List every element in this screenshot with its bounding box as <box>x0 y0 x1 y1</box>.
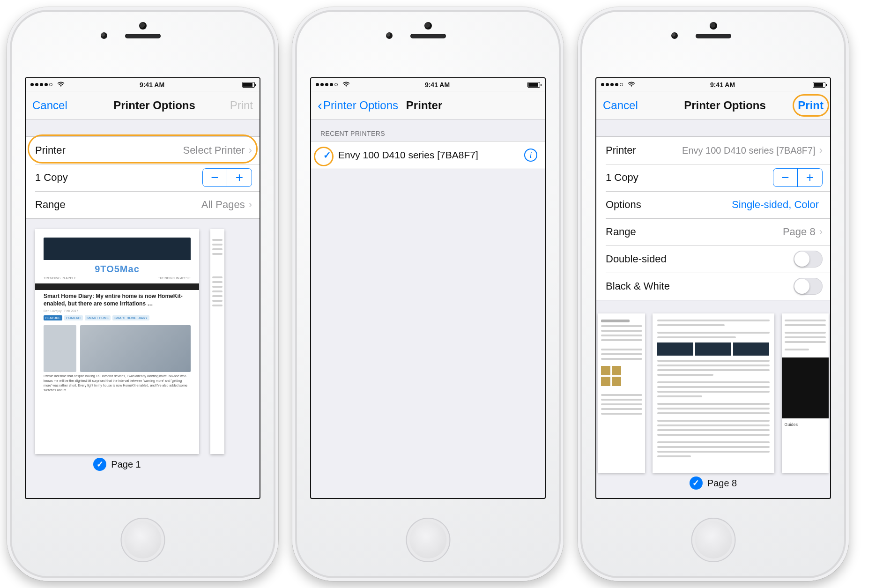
stepper-plus-button[interactable]: + <box>798 169 822 186</box>
site-logo: 9TO5Mac <box>44 264 191 275</box>
page-selected-1[interactable]: ✓ Page 1 <box>93 458 141 471</box>
page-preview-1[interactable]: 9TO5Mac TRENDING IN APPLETRENDING IN APP… <box>35 229 199 454</box>
chevron-right-icon: › <box>249 199 252 211</box>
print-button[interactable]: Print <box>781 99 824 112</box>
check-icon: ✓ <box>690 476 703 490</box>
nav-title: Printer Options <box>98 99 211 112</box>
chevron-right-icon: › <box>819 226 823 238</box>
chevron-right-icon: › <box>249 144 252 156</box>
tag: SMART HOME DIARY <box>112 315 149 320</box>
printer-list: ✓ Envy 100 D410 series [7BA8F7] i <box>311 141 545 169</box>
page-previews[interactable]: 9TO5Mac TRENDING IN APPLETRENDING IN APP… <box>26 219 260 498</box>
row-doublesided-label: Double-sided <box>606 253 667 265</box>
wifi-icon <box>628 81 635 89</box>
stepper-plus-button[interactable]: + <box>227 169 252 186</box>
page-label: Page 1 <box>111 459 141 470</box>
row-range-label: Range <box>35 199 66 211</box>
row-copies-label: 1 Copy <box>35 171 68 184</box>
proximity-sensor <box>139 22 147 30</box>
page-previews[interactable]: ✓ Page 8 Guides <box>596 300 830 498</box>
page-preview-9-peek[interactable]: Guides <box>782 313 829 473</box>
row-range-value: All Pages <box>201 199 245 211</box>
bw-switch[interactable] <box>794 278 823 295</box>
wifi-icon <box>342 81 350 89</box>
row-range-value: Page 8 <box>783 226 816 238</box>
row-range[interactable]: Range All Pages › <box>26 191 260 218</box>
row-printer-label: Printer <box>35 144 66 156</box>
page-label: Page 8 <box>707 478 737 489</box>
proximity-sensor <box>424 22 432 30</box>
row-printer[interactable]: Printer Select Printer › <box>26 137 260 164</box>
doublesided-switch[interactable] <box>794 251 823 268</box>
nav-title: Printer <box>352 99 496 112</box>
preview-col-1: 9TO5Mac TRENDING IN APPLETRENDING IN APP… <box>35 229 199 498</box>
guides-label: Guides <box>785 422 826 427</box>
copies-stepper[interactable]: − + <box>773 168 823 187</box>
cancel-button[interactable]: Cancel <box>603 99 668 112</box>
status-time: 9:41 AM <box>635 81 810 89</box>
battery-icon <box>527 82 540 88</box>
status-bar: 9:41 AM <box>311 78 545 91</box>
info-button[interactable]: i <box>524 149 537 162</box>
earpiece <box>696 34 731 38</box>
row-copies: 1 Copy − + <box>596 164 830 191</box>
front-camera <box>386 32 393 39</box>
home-button[interactable] <box>120 518 165 562</box>
row-printer-value: Select Printer <box>183 144 245 156</box>
battery-icon <box>242 82 255 88</box>
page-selected-8[interactable]: ✓ Page 8 <box>690 476 737 490</box>
row-range-label: Range <box>606 226 636 238</box>
thumb-image <box>44 325 76 372</box>
status-time: 9:41 AM <box>65 81 239 89</box>
screen-1: 9:41 AM Cancel Printer Options Print Pri… <box>25 77 260 499</box>
signal-dots-icon <box>316 83 338 86</box>
page-preview-2-peek[interactable] <box>210 229 224 454</box>
signal-dots-icon <box>601 83 623 86</box>
phone-2: 9:41 AM ‹ Printer Options Printer RECENT… <box>292 7 564 581</box>
screen-2: 9:41 AM ‹ Printer Options Printer RECENT… <box>310 77 546 499</box>
hero-image <box>80 325 191 372</box>
row-options-value: Single-sided, Color <box>732 199 819 211</box>
row-printer[interactable]: Printer Envy 100 D410 series [7BA8F7] › <box>596 137 830 164</box>
row-options[interactable]: Options Single-sided, Color <box>596 191 830 218</box>
stepper-minus-button[interactable]: − <box>773 169 798 186</box>
front-camera <box>101 32 107 39</box>
chevron-right-icon: › <box>819 144 823 156</box>
nav-bar: Cancel Printer Options Print <box>26 91 260 119</box>
group-header-recent: RECENT PRINTERS <box>311 119 545 141</box>
status-bar: 9:41 AM <box>596 78 830 91</box>
page-preview-7-peek[interactable] <box>598 313 645 473</box>
front-camera <box>671 32 678 39</box>
chevron-left-icon: ‹ <box>318 98 322 112</box>
screen-3: 9:41 AM Cancel Printer Options Print Pri… <box>595 77 831 499</box>
earpiece <box>410 34 446 38</box>
page-preview-8[interactable] <box>653 313 774 473</box>
row-bw[interactable]: Black & White <box>596 273 830 300</box>
preview-col-8: ✓ Page 8 <box>653 313 774 498</box>
tag: HOMEKIT <box>64 315 83 320</box>
check-icon: ✓ <box>93 458 106 471</box>
home-button[interactable] <box>691 518 735 562</box>
row-range[interactable]: Range Page 8 › <box>596 218 830 246</box>
copies-stepper[interactable]: − + <box>202 168 252 187</box>
row-doublesided[interactable]: Double-sided <box>596 246 830 273</box>
check-icon: ✓ <box>320 149 334 162</box>
printer-row-selected[interactable]: ✓ Envy 100 D410 series [7BA8F7] i <box>311 141 545 169</box>
stepper-minus-button[interactable]: − <box>203 169 227 186</box>
status-time: 9:41 AM <box>350 81 525 89</box>
options-table: Printer Envy 100 D410 series [7BA8F7] › … <box>596 136 830 300</box>
row-copies: 1 Copy − + <box>26 164 260 191</box>
tag: SMART HOME <box>85 315 111 320</box>
phone-3: 9:41 AM Cancel Printer Options Print Pri… <box>578 7 849 581</box>
status-bar: 9:41 AM <box>26 78 260 91</box>
printer-name: Envy 100 D410 series [7BA8F7] <box>338 149 478 161</box>
signal-dots-icon <box>30 83 52 86</box>
row-options-label: Options <box>606 199 641 211</box>
row-bw-label: Black & White <box>606 280 670 292</box>
earpiece <box>125 34 161 38</box>
cancel-button[interactable]: Cancel <box>32 99 98 112</box>
proximity-sensor <box>710 22 717 30</box>
row-copies-label: 1 Copy <box>606 171 638 184</box>
phone-1: 9:41 AM Cancel Printer Options Print Pri… <box>7 7 278 581</box>
home-button[interactable] <box>406 518 450 562</box>
